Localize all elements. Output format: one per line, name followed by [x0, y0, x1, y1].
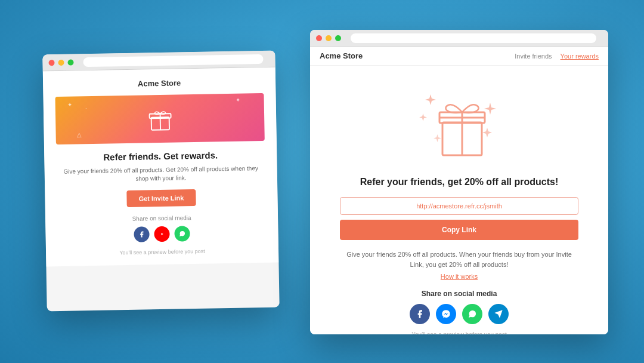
back-subtext: Give your friends 20% off all products. …	[57, 164, 265, 184]
scene: Acme Store ✦ · △ ✦ Refer friends. Get re…	[0, 0, 644, 363]
front-traffic-light-red[interactable]	[316, 35, 322, 41]
traffic-light-red[interactable]	[48, 60, 54, 66]
sparkle-3: △	[77, 131, 82, 138]
sparkle-4: ✦	[236, 97, 240, 103]
front-browser-window: Acme Store Invite friends Your rewards	[310, 30, 608, 334]
front-traffic-light-yellow[interactable]	[326, 35, 332, 41]
front-headline: Refer your friends, get 20% off all prod…	[340, 177, 578, 187]
back-preview-note: You'll see a preview before you post	[58, 247, 267, 257]
front-navbar: Acme Store Invite friends Your rewards	[310, 47, 608, 66]
front-share-label: Share on social media	[340, 290, 578, 298]
front-preview-note: You'll see a preview before you post	[340, 331, 578, 334]
back-facebook-icon[interactable]	[134, 226, 149, 242]
traffic-light-yellow[interactable]	[58, 59, 64, 65]
front-telegram-icon[interactable]	[488, 304, 509, 324]
back-youtube-icon[interactable]	[154, 226, 169, 242]
nav-invite-friends[interactable]: Invite friends	[515, 53, 552, 60]
back-social-icons	[57, 224, 266, 244]
front-titlebar	[310, 30, 608, 47]
front-gift-svg	[411, 78, 507, 167]
back-gift-icon	[146, 105, 174, 133]
front-whatsapp-icon[interactable]	[462, 304, 482, 324]
gift-illustration	[411, 78, 507, 167]
front-nav-links: Invite friends Your rewards	[515, 53, 599, 60]
traffic-light-green[interactable]	[67, 59, 73, 65]
how-it-works-link[interactable]: How it works	[340, 273, 578, 280]
nav-your-rewards[interactable]: Your rewards	[561, 53, 599, 60]
back-share-label: Share on social media	[57, 213, 266, 223]
sparkle-1: ✦	[67, 101, 72, 108]
back-store-name: Acme Store	[55, 77, 264, 90]
invite-link-box: http://acmestore.refr.cc/jsmith	[340, 197, 578, 215]
back-get-invite-button[interactable]: Get Invite Link	[126, 189, 196, 207]
back-whatsapp-icon[interactable]	[174, 226, 190, 241]
back-hero-banner: ✦ · △ ✦	[55, 93, 265, 144]
back-content: Acme Store ✦ · △ ✦ Refer friends. Get re…	[43, 67, 279, 267]
front-body: Refer your friends, get 20% off all prod…	[310, 66, 608, 334]
back-browser-window: Acme Store ✦ · △ ✦ Refer friends. Get re…	[42, 51, 279, 312]
front-traffic-light-green[interactable]	[335, 35, 341, 41]
back-headline: Refer friends. Get rewards.	[56, 149, 265, 163]
front-facebook-icon[interactable]	[410, 304, 430, 324]
url-bar	[83, 54, 263, 66]
front-subtext: Give your friends 20% off all products. …	[340, 250, 578, 269]
front-store-name: Acme Store	[320, 51, 363, 60]
sparkle-2: ·	[85, 104, 87, 111]
front-url-bar	[351, 33, 596, 43]
front-social-icons	[340, 304, 578, 324]
copy-link-button[interactable]: Copy Link	[340, 220, 578, 240]
front-messenger-icon[interactable]	[436, 304, 456, 324]
